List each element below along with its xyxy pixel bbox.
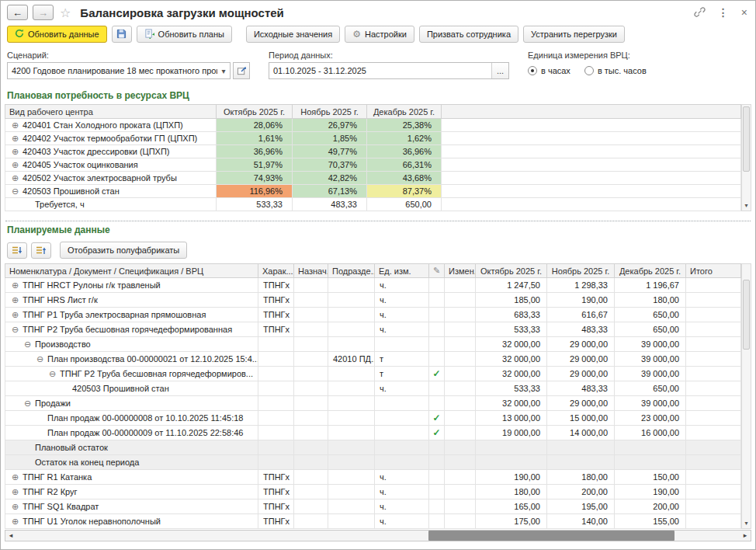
planned-row[interactable]: План продаж 00-00000008 от 10.10.2025 11… — [5, 411, 741, 426]
value-december[interactable]: 190,00 — [615, 485, 686, 500]
capacity-row[interactable]: 420503 Прошивной стан 116,96% 67,13% 87,… — [5, 185, 741, 198]
value-december[interactable]: 1 196,67 — [615, 278, 686, 293]
expander-icon[interactable] — [12, 187, 23, 196]
value-november[interactable] — [547, 455, 615, 470]
value-november[interactable]: 483,33 — [547, 381, 615, 396]
save-button[interactable] — [112, 26, 132, 43]
expander-icon[interactable] — [12, 517, 23, 526]
scroll-right-icon[interactable]: ▸ — [740, 531, 751, 541]
planned-row[interactable]: Плановый остаток — [5, 440, 741, 455]
radio-hours[interactable]: в часах — [528, 66, 570, 75]
planned-row[interactable]: Остаток на конец периода — [5, 455, 741, 470]
scroll-left-icon[interactable]: ◂ — [5, 531, 16, 541]
col-unit[interactable]: Ед. изм. — [375, 264, 429, 278]
refresh-plans-button[interactable]: Обновить планы — [137, 26, 232, 43]
load-october[interactable]: 51,97% — [217, 158, 293, 172]
value-october[interactable] — [476, 455, 547, 470]
planned-row[interactable]: Продажи 32 000,00 29 000,00 39 000,00 — [5, 396, 741, 411]
capacity-row[interactable]: 420401 Стан Холодного проката (ЦПХП) 28,… — [5, 119, 741, 132]
capacity-row[interactable]: 420502 Участок электросварной трубы 74,9… — [5, 172, 741, 185]
planned-row[interactable]: ТПНГ R2 Круг ТПНГх ч. 180,00 200,00 190,… — [5, 485, 741, 500]
value-october[interactable]: 180,00 — [476, 485, 547, 500]
planned-row[interactable]: ТПНГ HRCT Рулоны г/к травленый ТПНГх ч. … — [5, 278, 741, 293]
value-december[interactable]: 39 000,00 — [615, 367, 686, 381]
value-december[interactable]: 650,00 — [615, 322, 686, 337]
load-december[interactable]: 43,68% — [367, 172, 442, 185]
initial-values-button[interactable]: Исходные значения — [246, 26, 340, 43]
value-november[interactable]: 29 000,00 — [547, 337, 615, 352]
load-december[interactable]: 36,96% — [367, 145, 442, 158]
expander-icon[interactable] — [12, 296, 23, 305]
expander-icon[interactable] — [12, 148, 23, 156]
capacity-row[interactable]: Требуется, ч 533,33 483,33 650,00 — [5, 198, 741, 211]
call-employee-button[interactable]: Призвать сотрудника — [419, 26, 518, 43]
value-december[interactable]: 150,00 — [615, 470, 686, 485]
col-december[interactable]: Декабрь 2025 г. — [615, 264, 686, 278]
back-button[interactable]: ← — [7, 5, 28, 20]
load-december[interactable]: 650,00 — [367, 198, 442, 211]
link-icon[interactable] — [694, 6, 706, 19]
capacity-vertical-scrollbar[interactable]: ▾ — [741, 104, 751, 211]
scenario-input[interactable]: 4200 Годовое планирование 18 мес прокатн… — [7, 62, 231, 79]
capacity-row[interactable]: 420405 Участок оцинкования 51,97% 70,37%… — [5, 158, 741, 172]
expander-icon[interactable] — [24, 340, 35, 349]
load-november[interactable]: 49,77% — [293, 145, 367, 158]
col-work-center[interactable]: Вид рабочего центра — [5, 105, 217, 119]
value-october[interactable]: 19 000,00 — [476, 426, 547, 440]
planned-row[interactable]: 420503 Прошивной стан ч. 533,33 483,33 6… — [5, 381, 741, 396]
value-december[interactable]: 16 000,00 — [615, 426, 686, 440]
value-december[interactable]: 180,00 — [615, 293, 686, 308]
value-october[interactable]: 190,00 — [476, 470, 547, 485]
value-october[interactable]: 32 000,00 — [476, 367, 547, 381]
value-october[interactable]: 165,00 — [476, 500, 547, 514]
value-december[interactable]: 39 000,00 — [615, 396, 686, 411]
favorite-star-icon[interactable]: ☆ — [60, 5, 71, 20]
value-november[interactable]: 14 000,00 — [547, 426, 615, 440]
value-october[interactable]: 533,33 — [476, 381, 547, 396]
load-december[interactable]: 1,62% — [367, 132, 442, 145]
value-november[interactable]: 190,00 — [547, 293, 615, 308]
col-changed[interactable]: Измен... — [445, 264, 476, 278]
expander-icon[interactable] — [12, 503, 23, 511]
value-november[interactable]: 1 298,33 — [547, 278, 615, 293]
value-october[interactable]: 13 000,00 — [476, 411, 547, 426]
load-october[interactable]: 1,61% — [217, 132, 293, 145]
radio-thousand-hours[interactable]: в тыс. часов — [584, 66, 647, 75]
planned-vertical-scrollbar[interactable]: ▾ — [741, 263, 751, 529]
planned-row[interactable]: ТПНГ P1 Труба электросварная прямошовная… — [5, 308, 741, 322]
load-november[interactable]: 26,97% — [293, 119, 367, 132]
value-october[interactable] — [476, 440, 547, 455]
value-november[interactable]: 140,00 — [547, 514, 615, 529]
load-november[interactable]: 483,33 — [293, 198, 367, 211]
planned-row[interactable]: ТПНГ SQ1 Квадрат ТПНГх ч. 165,00 195,00 … — [5, 500, 741, 514]
expander-icon[interactable] — [36, 355, 47, 364]
capacity-row[interactable]: 420402 Участок термообработки ГП (ЦПХП) … — [5, 132, 741, 145]
load-november[interactable]: 70,37% — [293, 158, 367, 172]
capacity-row[interactable]: 420403 Участок дрессировки (ЦПХП) 36,96%… — [5, 145, 741, 158]
load-october[interactable]: 28,06% — [217, 119, 293, 132]
load-december[interactable]: 25,38% — [367, 119, 442, 132]
load-october[interactable]: 36,96% — [217, 145, 293, 158]
forward-button[interactable]: → — [33, 5, 54, 20]
value-november[interactable]: 483,33 — [547, 322, 615, 337]
value-december[interactable]: 155,00 — [615, 514, 686, 529]
value-december[interactable] — [615, 455, 686, 470]
value-november[interactable]: 15 000,00 — [547, 411, 615, 426]
value-november[interactable]: 616,67 — [547, 308, 615, 322]
show-semiproducts-button[interactable]: Отобразить полуфабрикаты — [60, 242, 187, 259]
planned-row[interactable]: ТПНГ P2 Труба бесшовная горячедеформиров… — [5, 322, 741, 337]
planned-row[interactable]: Производство 32 000,00 29 000,00 39 000,… — [5, 337, 741, 352]
value-december[interactable]: 200,00 — [615, 500, 686, 514]
load-november[interactable]: 67,13% — [293, 185, 367, 198]
more-menu-icon[interactable]: ⋮ — [718, 6, 729, 19]
load-october[interactable]: 533,33 — [217, 198, 293, 211]
expander-icon[interactable] — [24, 399, 35, 408]
open-scenario-button[interactable] — [233, 62, 250, 79]
expander-icon[interactable] — [12, 161, 23, 169]
expander-icon[interactable] — [12, 488, 23, 496]
settings-button[interactable]: ⚙ Настройки — [345, 26, 414, 43]
value-october[interactable]: 683,33 — [476, 308, 547, 322]
value-december[interactable]: 23 000,00 — [615, 411, 686, 426]
value-october[interactable]: 185,00 — [476, 293, 547, 308]
scroll-down-icon[interactable]: ▾ — [742, 518, 751, 528]
